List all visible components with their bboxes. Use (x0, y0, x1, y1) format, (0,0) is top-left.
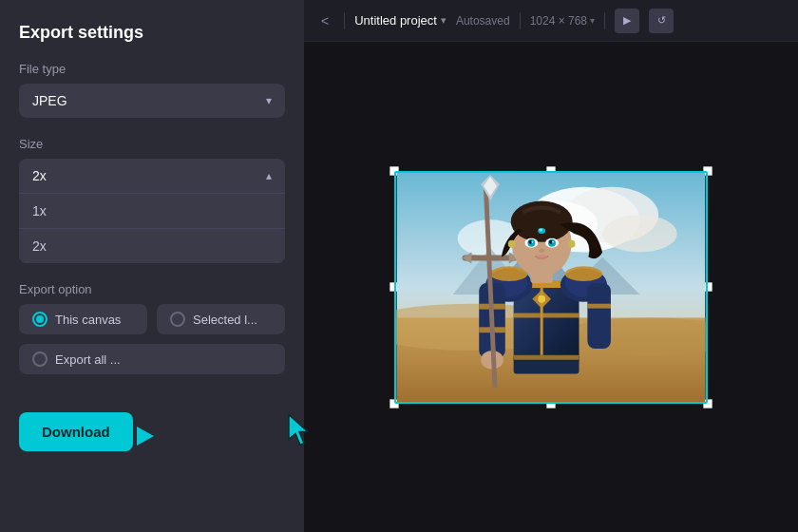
svg-rect-55 (514, 354, 580, 359)
rotate-button[interactable]: ↺ (649, 9, 674, 33)
svg-point-44 (531, 240, 533, 242)
canvas-size-label: 1024 × 768 ▾ (530, 14, 595, 28)
size-label: Size (19, 137, 285, 151)
artwork-container[interactable] (394, 171, 708, 404)
size-option-2x[interactable]: 2x (19, 228, 285, 263)
radio-selected-icon (170, 312, 185, 327)
file-type-dropdown[interactable]: JPEG ▾ (19, 84, 285, 118)
option-export-all[interactable]: Export all ... (19, 344, 285, 374)
option-selected[interactable]: Selected l... (157, 304, 285, 334)
export-options-group: This canvas Selected l... Export all ... (19, 304, 285, 374)
radio-export-all-icon (32, 352, 48, 367)
file-type-label: File type (19, 62, 285, 76)
project-dropdown-icon[interactable]: ▾ (441, 14, 446, 27)
export-option-row-1: This canvas Selected l... (19, 304, 285, 334)
canvas-area (304, 42, 798, 532)
export-panel: Export settings File type JPEG ▾ Size 2x… (0, 0, 304, 532)
option-export-all-label: Export all ... (55, 352, 121, 367)
canvas-size-dropdown-icon[interactable]: ▾ (590, 15, 595, 26)
panel-title: Export settings (19, 23, 285, 43)
svg-point-5 (602, 215, 677, 252)
header-divider-1 (344, 12, 345, 29)
download-button[interactable]: Download (19, 412, 133, 451)
size-current-value: 2x (32, 168, 47, 183)
play-button[interactable]: ▶ (615, 9, 639, 33)
download-button-container: Download (19, 412, 285, 451)
dropdown-arrow-icon: ▾ (266, 94, 272, 107)
export-option-label: Export option (19, 282, 285, 296)
size-dropdown-arrow-icon: ▴ (266, 169, 272, 182)
rotate-icon: ↺ (657, 14, 666, 27)
canvas-header: < Untitled project ▾ Autosaved 1024 × 76… (304, 0, 798, 42)
export-option-section: Export option This canvas Selected l... … (19, 282, 285, 374)
radio-this-canvas-icon (32, 312, 48, 327)
option-this-canvas[interactable]: This canvas (19, 304, 147, 334)
project-name-text: Untitled project (354, 13, 437, 28)
back-button[interactable]: < (315, 10, 334, 32)
svg-point-50 (508, 239, 516, 247)
svg-point-45 (552, 240, 554, 242)
svg-point-49 (539, 228, 542, 231)
svg-rect-27 (587, 283, 611, 349)
header-divider-2 (520, 12, 521, 29)
svg-point-51 (568, 239, 576, 247)
file-type-value: JPEG (32, 93, 67, 108)
header-divider-3 (604, 12, 605, 29)
artwork-svg (396, 173, 706, 402)
canvas-panel: < Untitled project ▾ Autosaved 1024 × 76… (304, 0, 798, 532)
svg-point-19 (490, 266, 527, 281)
svg-point-53 (538, 294, 545, 302)
svg-point-46 (539, 248, 544, 252)
svg-rect-28 (587, 303, 611, 308)
play-icon: ▶ (623, 14, 631, 27)
svg-point-22 (565, 266, 602, 281)
size-option-1x[interactable]: 1x (19, 193, 285, 228)
file-type-section: File type JPEG ▾ (19, 62, 285, 118)
artwork-image (394, 171, 708, 404)
project-name-container: Untitled project ▾ (354, 13, 446, 28)
autosaved-label: Autosaved (456, 14, 510, 28)
size-section: Size 2x ▴ 1x 2x (19, 137, 285, 263)
size-dropdown[interactable]: 2x ▴ 1x 2x (19, 159, 285, 263)
svg-rect-16 (514, 313, 580, 317)
option-this-canvas-label: This canvas (55, 313, 121, 327)
option-selected-label: Selected l... (193, 313, 257, 327)
svg-point-47 (536, 254, 547, 259)
size-dropdown-header[interactable]: 2x ▴ (19, 159, 285, 193)
